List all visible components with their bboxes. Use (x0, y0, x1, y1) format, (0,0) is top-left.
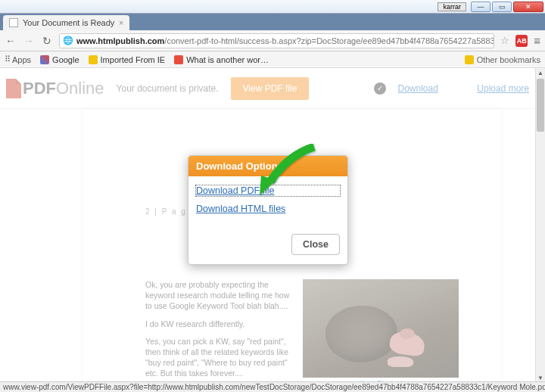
forward-button[interactable]: → (23, 35, 35, 47)
window-close-button[interactable]: ✕ (513, 2, 543, 12)
site-icon (174, 55, 183, 64)
bookmarks-bar: ⠿ Apps Google Imported From IE What is a… (0, 51, 545, 68)
globe-icon: 🌐 (63, 36, 73, 45)
user-badge: karrar (438, 2, 466, 11)
folder-icon (89, 55, 98, 64)
folder-icon (465, 55, 474, 64)
status-bar: www.view-pdf.com/ViewPDFFile.aspx?file=h… (0, 381, 545, 392)
browser-toolbar: ← → ↻ 🌐 www.htmlpublish.com/convert-pdf-… (0, 30, 545, 51)
reload-button[interactable]: ↻ (41, 35, 53, 47)
bookmark-what[interactable]: What is another wor… (174, 55, 269, 64)
download-options-dialog: Download Options Download PDF file Downl… (188, 155, 348, 265)
tab-title: Your Document is Ready (23, 18, 114, 27)
bookmark-google[interactable]: Google (40, 55, 79, 64)
bookmark-imported[interactable]: Imported From IE (89, 55, 166, 64)
url-path: /convert-pdf-to-html/success-b.aspx?zip=… (164, 36, 494, 45)
minimize-button[interactable]: — (471, 2, 490, 12)
dialog-title: Download Options (188, 156, 347, 176)
vertical-scrollbar[interactable]: ▲ ▼ (535, 68, 545, 383)
address-bar[interactable]: 🌐 www.htmlpublish.com/convert-pdf-to-htm… (59, 33, 494, 48)
apps-button[interactable]: ⠿ Apps (5, 54, 31, 64)
extension-icon[interactable]: AB (515, 35, 528, 47)
scroll-thumb[interactable] (537, 79, 544, 132)
page-icon (9, 18, 18, 27)
maximize-button[interactable]: ▭ (492, 2, 512, 12)
browser-tab[interactable]: Your Document is Ready × (3, 15, 129, 30)
other-bookmarks[interactable]: Other bookmarks (465, 55, 540, 64)
chrome-menu-icon[interactable]: ≡ (534, 34, 540, 47)
scroll-up-icon[interactable]: ▲ (536, 68, 545, 78)
download-pdf-link[interactable]: Download PDF file (196, 185, 340, 196)
url-host: www.htmlpublish.com (76, 36, 164, 45)
google-icon (40, 55, 49, 64)
download-html-link[interactable]: Download HTML files (196, 204, 340, 214)
bookmark-star-icon[interactable]: ☆ (500, 35, 509, 46)
dialog-close-button[interactable]: Close (291, 234, 340, 255)
window-titlebar: karrar — ▭ ✕ (0, 0, 545, 14)
tab-strip: Your Document is Ready × (0, 14, 545, 30)
tab-close-icon[interactable]: × (119, 19, 123, 27)
back-button[interactable]: ← (5, 35, 17, 47)
